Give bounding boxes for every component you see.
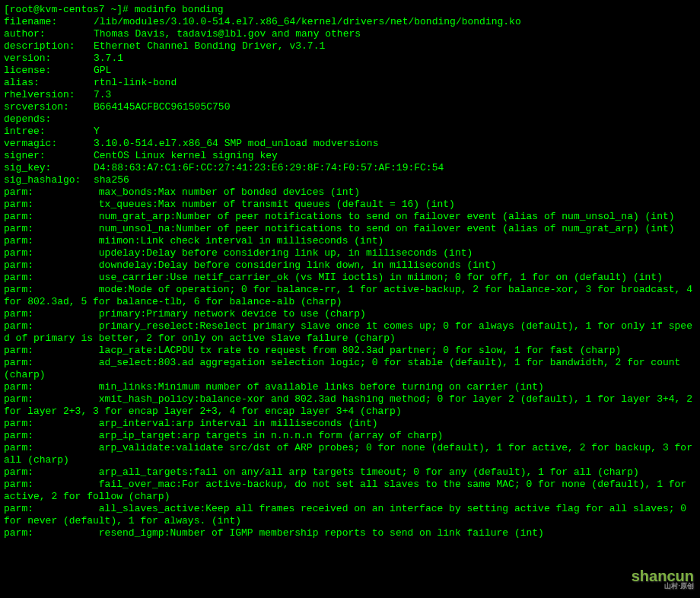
field-value: Ethernet Channel Bonding Driver, v3.7.1 [94, 40, 325, 52]
field-value: 3.7.1 [94, 52, 123, 64]
parm-row: parm: resend_igmp:Number of IGMP members… [4, 527, 696, 539]
field-row: rhelversion:7.3 [4, 89, 696, 101]
field-value: Thomas Davis, tadavis@lbl.gov and many o… [94, 28, 361, 40]
field-key: vermagic: [4, 138, 94, 150]
field-value: CentOS Linux kernel signing key [94, 150, 278, 161]
watermark-logo: shancun 山村·原创 [632, 570, 694, 592]
command-text: modinfo bonding [135, 4, 224, 15]
command-line[interactable]: [root@kvm-centos7 ~]# modinfo bonding [4, 4, 696, 16]
parm-row: parm: mode:Mode of operation; 0 for bala… [4, 284, 696, 308]
field-key: version: [4, 52, 94, 65]
parm-row: parm: arp_interval:arp interval in milli… [4, 418, 696, 430]
field-row: signer:CentOS Linux kernel signing key [4, 150, 696, 162]
parm-row: parm: min_links:Minimum number of availa… [4, 381, 696, 393]
modinfo-fields: filename:/lib/modules/3.10.0-514.el7.x86… [4, 16, 696, 186]
field-value: D4:88:63:A7:C1:6F:CC:27:41:23:E6:29:8F:7… [94, 162, 444, 173]
parm-row: parm: xmit_hash_policy:balance-xor and 8… [4, 393, 696, 418]
field-row: vermagic:3.10.0-514.el7.x86_64 SMP mod_u… [4, 138, 696, 150]
field-key: description: [4, 40, 94, 52]
parm-row: parm: lacp_rate:LACPDU tx rate to reques… [4, 345, 696, 357]
parm-row: parm: primary_reselect:Reselect primary … [4, 320, 696, 345]
field-row: description:Ethernet Channel Bonding Dri… [4, 40, 696, 52]
field-value: B664145ACFBCC961505C750 [94, 101, 230, 113]
parm-row: parm: tx_queues:Max number of transmit q… [4, 199, 696, 211]
parm-row: parm: downdelay:Delay before considering… [4, 259, 696, 272]
field-value: 3.10.0-514.el7.x86_64 SMP mod_unload mod… [94, 138, 378, 149]
field-value: sha256 [94, 174, 129, 186]
field-key: alias: [4, 77, 94, 89]
parm-row: parm: max_bonds:Max number of bonded dev… [4, 186, 696, 199]
parm-row: parm: num_unsol_na:Number of peer notifi… [4, 223, 696, 235]
parm-row: parm: ad_select:803.ad aggregation selec… [4, 357, 696, 381]
field-row: srcversion:B664145ACFBCC961505C750 [4, 101, 696, 113]
parm-row: parm: miimon:Link check interval in mill… [4, 235, 696, 247]
field-value: 7.3 [94, 89, 111, 100]
modinfo-parms: parm: max_bonds:Max number of bonded dev… [4, 186, 696, 539]
field-key: sig_hashalgo: [4, 174, 94, 186]
field-row: license:GPL [4, 65, 696, 77]
parm-row: parm: arp_ip_target:arp targets in n.n.n… [4, 430, 696, 442]
field-row: filename:/lib/modules/3.10.0-514.el7.x86… [4, 16, 696, 28]
field-key: sig_key: [4, 162, 94, 174]
field-row: intree:Y [4, 126, 696, 138]
field-row: version:3.7.1 [4, 52, 696, 65]
field-key: intree: [4, 126, 94, 138]
field-key: license: [4, 65, 94, 77]
parm-row: parm: arp_validate:validate src/dst of A… [4, 442, 696, 466]
field-key: signer: [4, 150, 94, 162]
shell-prompt: [root@kvm-centos7 ~]# [4, 4, 135, 15]
field-value: /lib/modules/3.10.0-514.el7.x86_64/kerne… [94, 16, 521, 27]
parm-row: parm: all_slaves_active:Keep all frames … [4, 503, 696, 527]
field-value: rtnl-link-bond [94, 77, 177, 88]
parm-row: parm: use_carrier:Use netif_carrier_ok (… [4, 272, 696, 284]
parm-row: parm: primary:Primary network device to … [4, 308, 696, 320]
field-value: Y [94, 126, 100, 137]
field-key: author: [4, 28, 94, 40]
field-row: sig_key:D4:88:63:A7:C1:6F:CC:27:41:23:E6… [4, 162, 696, 174]
field-row: sig_hashalgo:sha256 [4, 174, 696, 186]
field-row: author:Thomas Davis, tadavis@lbl.gov and… [4, 28, 696, 40]
field-key: srcversion: [4, 101, 94, 113]
field-key: rhelversion: [4, 89, 94, 101]
field-value: GPL [94, 65, 111, 76]
field-key: depends: [4, 113, 94, 126]
field-row: alias:rtnl-link-bond [4, 77, 696, 89]
parm-row: parm: num_grat_arp:Number of peer notifi… [4, 211, 696, 223]
field-key: filename: [4, 16, 94, 28]
parm-row: parm: fail_over_mac:For active-backup, d… [4, 479, 696, 503]
parm-row: parm: updelay:Delay before considering l… [4, 247, 696, 259]
parm-row: parm: arp_all_targets:fail on any/all ar… [4, 466, 696, 479]
field-row: depends: [4, 113, 696, 126]
